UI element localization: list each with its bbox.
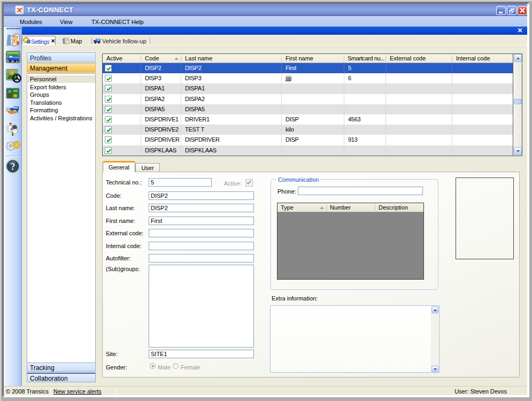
svg-text:?: ? (11, 161, 16, 172)
